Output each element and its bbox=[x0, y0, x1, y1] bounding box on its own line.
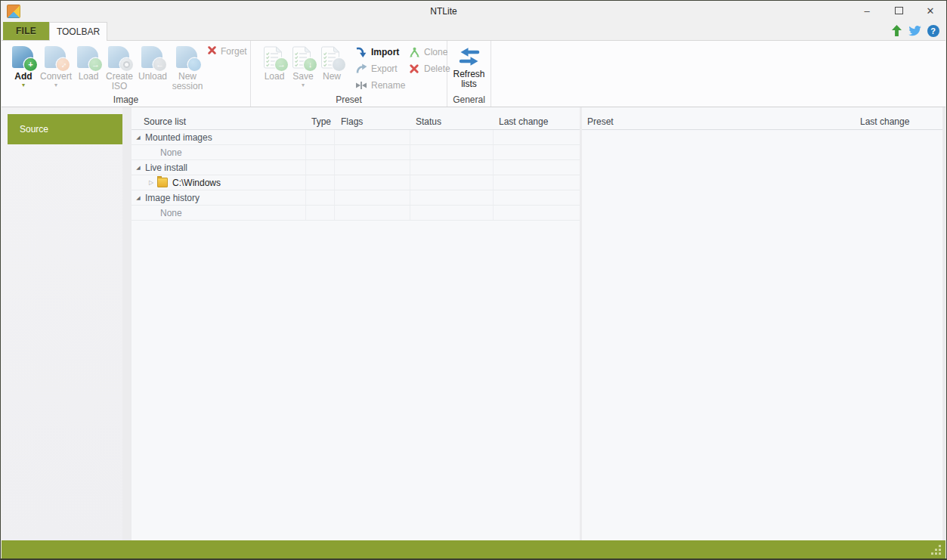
chevron-down-icon: ▾ bbox=[22, 82, 25, 88]
preset-panel: Preset Last change bbox=[582, 107, 942, 541]
create-iso-icon bbox=[108, 46, 131, 69]
red-x-icon bbox=[408, 63, 420, 75]
rename-preset-button[interactable]: Rename bbox=[355, 79, 405, 91]
create-iso-button[interactable]: Create ISO bbox=[103, 43, 136, 93]
refresh-lists-button[interactable]: Refresh lists bbox=[448, 43, 491, 91]
export-arrow-icon bbox=[355, 63, 367, 75]
tab-toolbar[interactable]: TOOLBAR bbox=[49, 22, 107, 41]
ribbon-tabstrip: FILE TOOLBAR ? bbox=[2, 22, 945, 40]
chevron-down-icon: ▾ bbox=[54, 82, 57, 88]
right-edge-strip bbox=[942, 107, 945, 541]
new-preset-icon bbox=[320, 46, 343, 69]
sidebar-splitter[interactable] bbox=[122, 107, 132, 541]
import-preset-button[interactable]: Import bbox=[355, 46, 399, 58]
tree-group-label: Image history bbox=[145, 193, 200, 203]
tree-child-label: None bbox=[160, 147, 182, 158]
column-header-last-change[interactable]: Last change bbox=[860, 116, 909, 127]
twitter-icon[interactable] bbox=[908, 24, 921, 37]
expander-expanded-icon[interactable]: ◢ bbox=[135, 165, 142, 171]
maximize-icon bbox=[895, 7, 903, 14]
new-preset-button[interactable]: New bbox=[317, 43, 346, 83]
folder-icon bbox=[157, 178, 168, 187]
chevron-down-icon: ▾ bbox=[302, 82, 305, 88]
column-header-preset[interactable]: Preset bbox=[587, 116, 614, 127]
group-label-image: Image bbox=[2, 94, 250, 105]
convert-button[interactable]: ↔ Convert ▾ bbox=[38, 43, 74, 90]
save-preset-icon: ↓ bbox=[292, 46, 314, 69]
tree-child-label: None bbox=[160, 208, 182, 218]
expander-collapsed-icon[interactable]: ▷ bbox=[147, 179, 155, 186]
add-button[interactable]: + Add ▾ bbox=[9, 43, 38, 90]
column-header-status[interactable]: Status bbox=[416, 116, 441, 127]
column-header-flags[interactable]: Flags bbox=[341, 116, 363, 127]
source-list-header: Source list Type Flags Status Last chang… bbox=[132, 114, 580, 130]
table-row-none[interactable]: None bbox=[132, 145, 580, 160]
unload-image-icon: ← bbox=[141, 46, 164, 69]
group-label-general: General bbox=[447, 94, 491, 105]
new-session-button[interactable]: New session bbox=[169, 43, 206, 93]
window-title: NTLite bbox=[1, 6, 887, 17]
refresh-arrows-icon bbox=[457, 47, 481, 67]
titlebar: NTLite – ✕ bbox=[1, 1, 946, 22]
add-image-icon: + bbox=[12, 46, 35, 69]
sidebar: Source bbox=[2, 107, 122, 541]
load-image-button[interactable]: → Load bbox=[74, 43, 103, 83]
convert-image-icon: ↔ bbox=[45, 46, 67, 69]
status-bar bbox=[2, 540, 945, 558]
clone-preset-button[interactable]: Clone bbox=[408, 46, 447, 58]
group-label-preset: Preset bbox=[251, 94, 447, 105]
load-image-icon: → bbox=[77, 46, 100, 69]
table-row-live-install[interactable]: ◢ Live install bbox=[132, 160, 580, 175]
ribbon-toolbar: + Add ▾ ↔ Convert ▾ → bbox=[2, 40, 945, 107]
tree-group-label: Live install bbox=[145, 162, 187, 173]
save-preset-button[interactable]: ↓ Save ▾ bbox=[289, 43, 317, 90]
ntlite-window: NTLite – ✕ FILE TOOLBAR ? bbox=[0, 0, 947, 560]
ribbon-group-image: + Add ▾ ↔ Convert ▾ → bbox=[2, 41, 251, 107]
forget-button[interactable]: Forget bbox=[207, 45, 247, 57]
delete-preset-button[interactable]: Delete bbox=[408, 63, 450, 75]
resize-grip[interactable] bbox=[931, 545, 941, 555]
ribbon-group-general: Refresh lists General bbox=[447, 41, 491, 107]
import-arrow-icon bbox=[355, 46, 367, 58]
column-header-source-list[interactable]: Source list bbox=[144, 116, 186, 127]
source-list-panel: Source list Type Flags Status Last chang… bbox=[132, 107, 580, 541]
content-area: Source Source list Type Flags Status Las… bbox=[2, 107, 945, 541]
tree-item-label: C:\Windows bbox=[172, 178, 221, 188]
table-row-mounted-images[interactable]: ◢ Mounted images bbox=[132, 130, 580, 145]
load-preset-button[interactable]: → Load bbox=[260, 43, 289, 83]
help-icon[interactable]: ? bbox=[927, 24, 939, 37]
table-row-none[interactable]: None bbox=[132, 206, 580, 221]
maximize-button[interactable] bbox=[890, 4, 907, 17]
tab-file[interactable]: FILE bbox=[3, 22, 49, 40]
load-preset-icon: → bbox=[263, 46, 286, 69]
expander-expanded-icon[interactable]: ◢ bbox=[135, 135, 142, 141]
sidebar-item-source[interactable]: Source bbox=[8, 114, 122, 144]
table-row-c-windows[interactable]: ▷ C:\Windows bbox=[132, 175, 580, 190]
close-button[interactable]: ✕ bbox=[922, 4, 939, 17]
unload-button[interactable]: ← Unload bbox=[136, 43, 169, 83]
red-x-icon bbox=[207, 45, 217, 57]
minimize-button[interactable]: – bbox=[859, 4, 875, 17]
tree-group-label: Mounted images bbox=[145, 132, 212, 143]
column-header-last-change[interactable]: Last change bbox=[499, 116, 548, 127]
column-header-type[interactable]: Type bbox=[311, 116, 331, 127]
clone-branch-icon bbox=[408, 46, 420, 58]
preset-header: Preset Last change bbox=[582, 114, 942, 130]
rename-icon bbox=[355, 79, 367, 91]
update-arrow-icon[interactable] bbox=[890, 24, 903, 37]
table-row-image-history[interactable]: ◢ Image history bbox=[132, 190, 580, 206]
ribbon-group-preset: → Load bbox=[251, 41, 447, 107]
expander-expanded-icon[interactable]: ◢ bbox=[135, 195, 142, 201]
new-session-icon bbox=[176, 46, 199, 69]
export-preset-button[interactable]: Export bbox=[355, 63, 398, 75]
